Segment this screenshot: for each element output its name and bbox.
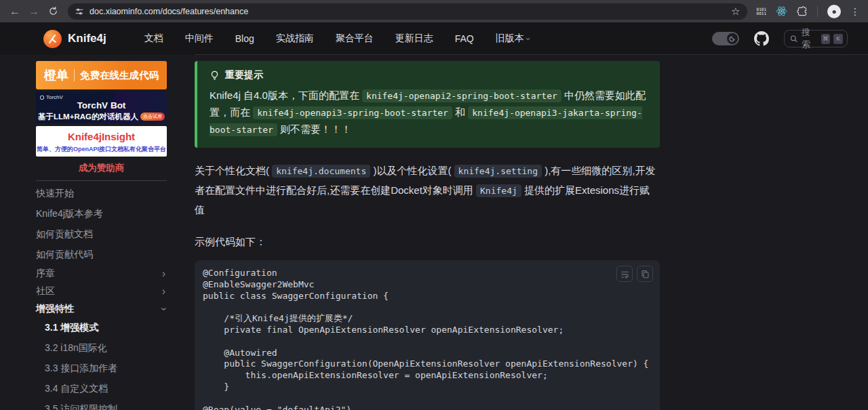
- main-content: 重要提示 Knife4j 自4.0版本，下面的配置在 knife4j-opena…: [195, 55, 660, 410]
- sidebar-item[interactable]: 3.2 i18n国际化›: [36, 338, 167, 358]
- chevron-icon: ›: [162, 268, 165, 279]
- address-bar[interactable]: doc.xiaominfo.com/docs/features/enhance …: [68, 3, 747, 20]
- site-settings-icon[interactable]: [75, 7, 84, 16]
- browser-toolbar: ← → doc.xiaominfo.com/docs/features/enha…: [0, 0, 868, 22]
- cmd-keycap: ⌘: [821, 34, 831, 44]
- brand[interactable]: Knife4j: [43, 30, 106, 48]
- sidebar-item[interactable]: 快速开始›: [36, 184, 167, 204]
- forward-button[interactable]: →: [24, 2, 43, 21]
- top-nav-item[interactable]: 更新日志›: [395, 33, 433, 45]
- become-sponsor-link[interactable]: 成为赞助商: [36, 162, 167, 174]
- browser-menu-icon[interactable]: ⋮: [850, 6, 860, 17]
- wrap-lines-button[interactable]: [616, 266, 633, 282]
- sidebar-nav: 快速开始› Knife4j版本参考› 如何贡献文档› 如何贡献代码› 序章› 社…: [36, 184, 167, 410]
- sidebar-item[interactable]: 如何贡献文档›: [36, 224, 167, 245]
- top-nav-item[interactable]: 旧版本›: [496, 33, 530, 45]
- sidebar-item[interactable]: 增强特性›: [36, 300, 167, 318]
- ad-banner-torchv[interactable]: TorchV TorchV Bot 基于LLM+RAG的对话机器人点击试用: [36, 91, 167, 123]
- header-right: 搜索 ⌘ K: [712, 30, 848, 47]
- sidebar-item[interactable]: Knife4j版本参考›: [36, 204, 167, 224]
- top-nav-item[interactable]: Blog›: [235, 33, 254, 44]
- toolbar-separator: [817, 6, 818, 17]
- torchv-logo: TorchV: [40, 94, 63, 100]
- github-icon[interactable]: [754, 31, 769, 46]
- top-nav-item[interactable]: 文档›: [144, 33, 163, 45]
- ad-divider: [74, 69, 75, 81]
- sidebar-item[interactable]: 序章›: [36, 265, 167, 283]
- sidebar-item[interactable]: 3.1 增强模式›: [36, 318, 167, 338]
- ad-banner-knife4jinsight[interactable]: Knife4jInsight 简单、方便的OpenAPI接口文档私有化聚合平台: [36, 126, 167, 157]
- chevron-icon: ›: [162, 286, 165, 297]
- brand-name: Knife4j: [68, 32, 106, 45]
- sidebar-divider: [36, 180, 167, 181]
- tip-title: 重要提示: [225, 69, 263, 81]
- refresh-icon: [48, 6, 58, 16]
- site-header: Knife4j 文档› 中间件› Blog› 实战指南› 聚合平台› 更新日志›…: [0, 22, 868, 55]
- profile-avatar[interactable]: ●: [827, 5, 841, 18]
- paragraph-example-label: 示例代码如下：: [195, 236, 660, 249]
- tip-header: 重要提示: [210, 69, 646, 81]
- copy-icon: [641, 270, 650, 279]
- ad-chengdan-brand: 橙单: [44, 67, 68, 83]
- lightbulb-icon: [210, 70, 220, 81]
- copy-code-button[interactable]: [637, 266, 653, 282]
- browser-window: ← → doc.xiaominfo.com/docs/features/enha…: [0, 0, 868, 410]
- code-block-actions: [616, 266, 653, 282]
- knife4j-logo-icon: [43, 30, 62, 48]
- sidebar-item[interactable]: 如何贡献代码›: [36, 245, 167, 265]
- code-content[interactable]: @Configuration @EnableSwagger2WebMvc pub…: [195, 260, 660, 410]
- search-input[interactable]: 搜索 ⌘ K: [784, 30, 848, 47]
- url-text: doc.xiaominfo.com/docs/features/enhance: [90, 7, 730, 16]
- torchv-subtitle: 基于LLM+RAG的对话机器人点击试用: [36, 112, 167, 122]
- torchv-logo-icon: [40, 96, 44, 100]
- code-block: @Configuration @EnableSwagger2WebMvc pub…: [195, 260, 660, 410]
- top-nav: 文档› 中间件› Blog› 实战指南› 聚合平台› 更新日志› FAQ› 旧版…: [144, 33, 530, 45]
- insight-title: Knife4jInsight: [36, 131, 167, 142]
- torchv-badge: 点击试用: [140, 112, 165, 121]
- refresh-button[interactable]: [43, 2, 62, 21]
- top-nav-item[interactable]: 中间件›: [185, 33, 214, 45]
- react-devtools-icon[interactable]: [776, 5, 787, 17]
- top-nav-item[interactable]: 实战指南›: [276, 33, 314, 45]
- sidebar-item[interactable]: 社区›: [36, 283, 167, 300]
- browser-extension-icons: 01010011 ● ⋮: [757, 5, 860, 18]
- bookmark-star-icon[interactable]: ☆: [731, 5, 740, 18]
- top-nav-item[interactable]: 聚合平台›: [336, 33, 374, 45]
- dark-mode-toggle[interactable]: [712, 32, 739, 45]
- sidebar-item[interactable]: 3.4 自定义文档›: [36, 379, 167, 399]
- insight-subtitle: 简单、方便的OpenAPI接口文档私有化聚合平台: [36, 145, 167, 154]
- sidebar: 橙单 免费在线生成代码 TorchV TorchV Bot 基于LLM+RAG的…: [36, 55, 167, 410]
- chevron-icon: ›: [158, 307, 169, 310]
- ad-banner-chengdan[interactable]: 橙单 免费在线生成代码: [36, 61, 167, 89]
- sidebar-item[interactable]: 3.5 访问权限控制›: [36, 399, 167, 410]
- extensions-puzzle-icon[interactable]: [797, 6, 808, 17]
- ad-chengdan-text: 免费在线生成代码: [80, 69, 159, 82]
- sidebar-item[interactable]: 3.3 接口添加作者›: [36, 358, 167, 379]
- binary-extension-icon[interactable]: 01010011: [757, 7, 766, 16]
- top-nav-item[interactable]: FAQ›: [455, 33, 474, 44]
- search-icon: [790, 35, 798, 43]
- back-button[interactable]: ←: [5, 2, 24, 21]
- moon-icon: [727, 33, 738, 44]
- search-placeholder: 搜索: [802, 26, 818, 51]
- paragraph-personalization: 关于个性化文档( knife4j.documents )以及个性化设置( kni…: [195, 161, 660, 220]
- k-keycap: K: [833, 34, 843, 44]
- chevron-down-icon: ›: [524, 37, 532, 40]
- tip-body: Knife4j 自4.0版本，下面的配置在 knife4j-openapi2-s…: [210, 87, 646, 138]
- torchv-title: TorchV Bot: [36, 100, 167, 110]
- wrap-lines-icon: [620, 270, 629, 279]
- tip-callout: 重要提示 Knife4j 自4.0版本，下面的配置在 knife4j-opena…: [195, 61, 660, 148]
